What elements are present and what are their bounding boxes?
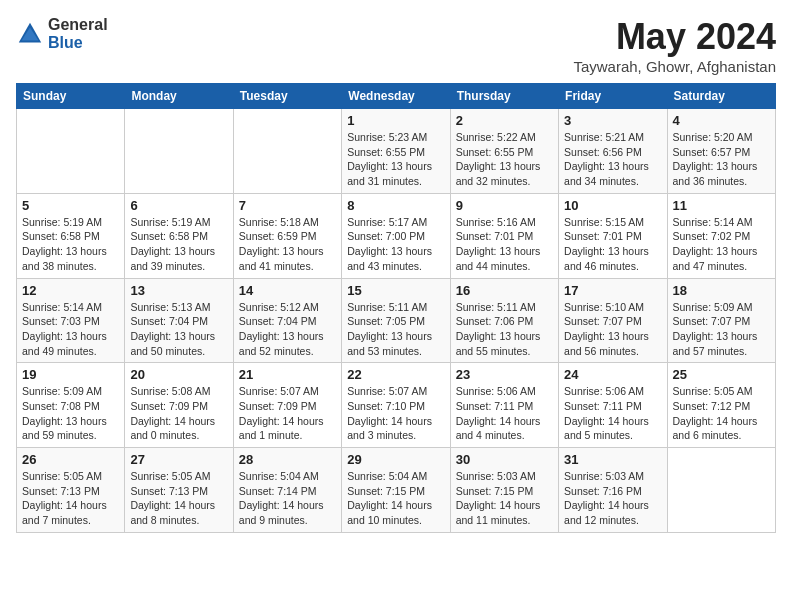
day-info: Sunrise: 5:07 AM Sunset: 7:09 PM Dayligh… <box>239 384 336 443</box>
day-of-week-tuesday: Tuesday <box>233 84 341 109</box>
day-info: Sunrise: 5:15 AM Sunset: 7:01 PM Dayligh… <box>564 215 661 274</box>
day-info: Sunrise: 5:03 AM Sunset: 7:16 PM Dayligh… <box>564 469 661 528</box>
day-number: 31 <box>564 452 661 467</box>
logo-text: General Blue <box>48 16 108 51</box>
day-info: Sunrise: 5:05 AM Sunset: 7:13 PM Dayligh… <box>22 469 119 528</box>
day-number: 9 <box>456 198 553 213</box>
calendar-week-4: 19Sunrise: 5:09 AM Sunset: 7:08 PM Dayli… <box>17 363 776 448</box>
day-number: 26 <box>22 452 119 467</box>
calendar-cell: 23Sunrise: 5:06 AM Sunset: 7:11 PM Dayli… <box>450 363 558 448</box>
calendar-week-2: 5Sunrise: 5:19 AM Sunset: 6:58 PM Daylig… <box>17 193 776 278</box>
calendar-header: SundayMondayTuesdayWednesdayThursdayFrid… <box>17 84 776 109</box>
day-info: Sunrise: 5:11 AM Sunset: 7:06 PM Dayligh… <box>456 300 553 359</box>
day-number: 21 <box>239 367 336 382</box>
day-info: Sunrise: 5:04 AM Sunset: 7:15 PM Dayligh… <box>347 469 444 528</box>
calendar-cell: 12Sunrise: 5:14 AM Sunset: 7:03 PM Dayli… <box>17 278 125 363</box>
calendar-cell: 10Sunrise: 5:15 AM Sunset: 7:01 PM Dayli… <box>559 193 667 278</box>
location-subtitle: Taywarah, Ghowr, Afghanistan <box>573 58 776 75</box>
day-info: Sunrise: 5:20 AM Sunset: 6:57 PM Dayligh… <box>673 130 770 189</box>
calendar-cell: 25Sunrise: 5:05 AM Sunset: 7:12 PM Dayli… <box>667 363 775 448</box>
calendar-cell: 29Sunrise: 5:04 AM Sunset: 7:15 PM Dayli… <box>342 448 450 533</box>
day-info: Sunrise: 5:03 AM Sunset: 7:15 PM Dayligh… <box>456 469 553 528</box>
day-of-week-wednesday: Wednesday <box>342 84 450 109</box>
day-info: Sunrise: 5:10 AM Sunset: 7:07 PM Dayligh… <box>564 300 661 359</box>
day-number: 17 <box>564 283 661 298</box>
calendar-cell <box>233 109 341 194</box>
calendar-cell <box>125 109 233 194</box>
calendar-cell: 8Sunrise: 5:17 AM Sunset: 7:00 PM Daylig… <box>342 193 450 278</box>
calendar-cell: 3Sunrise: 5:21 AM Sunset: 6:56 PM Daylig… <box>559 109 667 194</box>
day-info: Sunrise: 5:09 AM Sunset: 7:08 PM Dayligh… <box>22 384 119 443</box>
calendar-cell: 19Sunrise: 5:09 AM Sunset: 7:08 PM Dayli… <box>17 363 125 448</box>
day-number: 10 <box>564 198 661 213</box>
day-number: 16 <box>456 283 553 298</box>
day-info: Sunrise: 5:05 AM Sunset: 7:12 PM Dayligh… <box>673 384 770 443</box>
day-of-week-monday: Monday <box>125 84 233 109</box>
calendar-cell: 17Sunrise: 5:10 AM Sunset: 7:07 PM Dayli… <box>559 278 667 363</box>
day-info: Sunrise: 5:13 AM Sunset: 7:04 PM Dayligh… <box>130 300 227 359</box>
calendar-cell <box>17 109 125 194</box>
day-number: 18 <box>673 283 770 298</box>
day-number: 5 <box>22 198 119 213</box>
calendar-table: SundayMondayTuesdayWednesdayThursdayFrid… <box>16 83 776 533</box>
day-number: 4 <box>673 113 770 128</box>
calendar-cell: 15Sunrise: 5:11 AM Sunset: 7:05 PM Dayli… <box>342 278 450 363</box>
day-info: Sunrise: 5:07 AM Sunset: 7:10 PM Dayligh… <box>347 384 444 443</box>
calendar-cell: 31Sunrise: 5:03 AM Sunset: 7:16 PM Dayli… <box>559 448 667 533</box>
calendar-cell: 28Sunrise: 5:04 AM Sunset: 7:14 PM Dayli… <box>233 448 341 533</box>
title-block: May 2024 Taywarah, Ghowr, Afghanistan <box>573 16 776 75</box>
calendar-cell: 1Sunrise: 5:23 AM Sunset: 6:55 PM Daylig… <box>342 109 450 194</box>
day-number: 6 <box>130 198 227 213</box>
calendar-cell: 6Sunrise: 5:19 AM Sunset: 6:58 PM Daylig… <box>125 193 233 278</box>
day-of-week-friday: Friday <box>559 84 667 109</box>
day-info: Sunrise: 5:14 AM Sunset: 7:02 PM Dayligh… <box>673 215 770 274</box>
logo-general-text: General <box>48 16 108 34</box>
day-info: Sunrise: 5:12 AM Sunset: 7:04 PM Dayligh… <box>239 300 336 359</box>
calendar-cell: 2Sunrise: 5:22 AM Sunset: 6:55 PM Daylig… <box>450 109 558 194</box>
calendar-cell: 20Sunrise: 5:08 AM Sunset: 7:09 PM Dayli… <box>125 363 233 448</box>
day-info: Sunrise: 5:09 AM Sunset: 7:07 PM Dayligh… <box>673 300 770 359</box>
calendar-cell: 21Sunrise: 5:07 AM Sunset: 7:09 PM Dayli… <box>233 363 341 448</box>
day-info: Sunrise: 5:22 AM Sunset: 6:55 PM Dayligh… <box>456 130 553 189</box>
day-number: 1 <box>347 113 444 128</box>
day-info: Sunrise: 5:05 AM Sunset: 7:13 PM Dayligh… <box>130 469 227 528</box>
day-number: 28 <box>239 452 336 467</box>
day-info: Sunrise: 5:14 AM Sunset: 7:03 PM Dayligh… <box>22 300 119 359</box>
calendar-cell: 7Sunrise: 5:18 AM Sunset: 6:59 PM Daylig… <box>233 193 341 278</box>
day-of-week-saturday: Saturday <box>667 84 775 109</box>
days-of-week-row: SundayMondayTuesdayWednesdayThursdayFrid… <box>17 84 776 109</box>
calendar-cell: 11Sunrise: 5:14 AM Sunset: 7:02 PM Dayli… <box>667 193 775 278</box>
day-number: 11 <box>673 198 770 213</box>
calendar-cell: 18Sunrise: 5:09 AM Sunset: 7:07 PM Dayli… <box>667 278 775 363</box>
calendar-cell <box>667 448 775 533</box>
day-number: 27 <box>130 452 227 467</box>
calendar-cell: 22Sunrise: 5:07 AM Sunset: 7:10 PM Dayli… <box>342 363 450 448</box>
day-info: Sunrise: 5:16 AM Sunset: 7:01 PM Dayligh… <box>456 215 553 274</box>
page-header: General Blue May 2024 Taywarah, Ghowr, A… <box>16 16 776 75</box>
day-info: Sunrise: 5:23 AM Sunset: 6:55 PM Dayligh… <box>347 130 444 189</box>
calendar-cell: 30Sunrise: 5:03 AM Sunset: 7:15 PM Dayli… <box>450 448 558 533</box>
day-info: Sunrise: 5:18 AM Sunset: 6:59 PM Dayligh… <box>239 215 336 274</box>
day-number: 20 <box>130 367 227 382</box>
calendar-cell: 13Sunrise: 5:13 AM Sunset: 7:04 PM Dayli… <box>125 278 233 363</box>
calendar-cell: 27Sunrise: 5:05 AM Sunset: 7:13 PM Dayli… <box>125 448 233 533</box>
calendar-cell: 14Sunrise: 5:12 AM Sunset: 7:04 PM Dayli… <box>233 278 341 363</box>
day-number: 2 <box>456 113 553 128</box>
day-number: 12 <box>22 283 119 298</box>
calendar-cell: 9Sunrise: 5:16 AM Sunset: 7:01 PM Daylig… <box>450 193 558 278</box>
calendar-body: 1Sunrise: 5:23 AM Sunset: 6:55 PM Daylig… <box>17 109 776 533</box>
day-of-week-thursday: Thursday <box>450 84 558 109</box>
day-number: 3 <box>564 113 661 128</box>
month-year-title: May 2024 <box>573 16 776 58</box>
day-of-week-sunday: Sunday <box>17 84 125 109</box>
day-info: Sunrise: 5:17 AM Sunset: 7:00 PM Dayligh… <box>347 215 444 274</box>
day-info: Sunrise: 5:19 AM Sunset: 6:58 PM Dayligh… <box>130 215 227 274</box>
day-number: 29 <box>347 452 444 467</box>
day-info: Sunrise: 5:06 AM Sunset: 7:11 PM Dayligh… <box>564 384 661 443</box>
day-info: Sunrise: 5:21 AM Sunset: 6:56 PM Dayligh… <box>564 130 661 189</box>
logo: General Blue <box>16 16 108 51</box>
calendar-cell: 16Sunrise: 5:11 AM Sunset: 7:06 PM Dayli… <box>450 278 558 363</box>
day-info: Sunrise: 5:04 AM Sunset: 7:14 PM Dayligh… <box>239 469 336 528</box>
day-info: Sunrise: 5:08 AM Sunset: 7:09 PM Dayligh… <box>130 384 227 443</box>
day-number: 25 <box>673 367 770 382</box>
